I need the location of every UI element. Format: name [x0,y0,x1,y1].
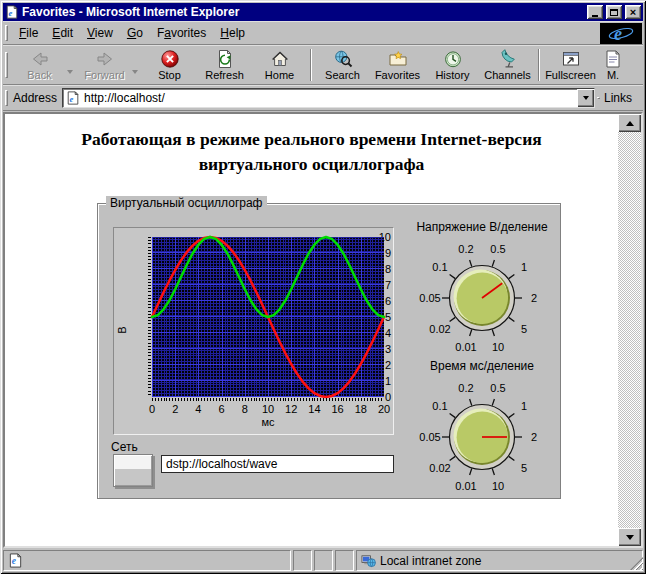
toolbar-button-stop[interactable]: Stop [142,47,197,84]
back-icon [29,49,51,69]
svg-text:e: e [12,556,16,566]
knob-scale-label: 10 [492,480,504,492]
ie-throbber-logo: e [600,23,642,44]
knob-scale-label: 0.05 [419,292,440,304]
links-grip[interactable] [597,97,600,99]
chevron-down-icon[interactable] [67,70,73,74]
time-knob-title: Время мс/деление [404,359,560,373]
menu-bar-items: FileEditViewGoFavoritesHelp [12,23,252,43]
forward-icon [94,49,116,69]
menu-item-file[interactable]: File [12,23,45,43]
status-indicator-pane [314,550,333,571]
menu-item-favorites[interactable]: Favorites [150,23,213,43]
close-button[interactable]: × [625,5,641,19]
menu-item-view[interactable]: View [80,23,120,43]
status-bar: e Local intranet zone [3,548,643,571]
search-icon [332,49,354,69]
toolbar-button-fullscreen[interactable]: Fullscreen [543,47,598,84]
groupbox-legend: Виртуальный осциллограф [106,196,267,210]
knob-scale-label: 1 [521,400,527,412]
toolbar-button-history[interactable]: History [425,47,480,84]
scroll-down-button[interactable] [618,528,641,546]
toolbar-button-favorites[interactable]: Favorites [370,47,425,84]
menu-item-help[interactable]: Help [213,23,252,43]
x-tick-label: 2 [163,403,187,415]
close-icon: × [630,7,636,17]
toolbar-buttons: BackForwardStopRefreshHomeSearchFavorite… [12,47,643,84]
refresh-icon [214,49,236,69]
address-label: Address [13,91,57,105]
scrollbar-track[interactable] [618,132,641,528]
voltage-knob[interactable]: 210.50.20.10.050.020.01105 [404,236,560,364]
knob-scale-label: 0.5 [490,243,505,255]
links-label[interactable]: Links [604,91,632,105]
knob-scale-label: 2 [531,292,537,304]
address-grip[interactable] [5,90,8,107]
toolbar: BackForwardStopRefreshHomeSearchFavorite… [3,45,643,85]
title-bar: e Favorites - Microsoft Internet Explore… [3,3,643,21]
address-input[interactable] [84,90,573,106]
toolbar-button-refresh[interactable]: Refresh [197,47,252,84]
svg-text:e: e [614,24,622,44]
toolbar-button-label: M. [607,69,619,81]
toolbar-button-forward[interactable]: Forward [77,47,132,84]
plot-area [152,237,384,397]
x-tick-label: 14 [302,403,326,415]
client-area: Работающая в режиме реального времени In… [3,112,643,548]
knob-scale-label: 0.5 [490,382,505,394]
address-dropdown-button[interactable] [577,89,594,107]
browser-window: e Favorites - Microsoft Internet Explore… [0,0,646,574]
voltage-knob-block: Напряжение В/деление 210.50.20.10.050.02… [404,220,560,364]
menu-grip[interactable] [5,25,8,40]
y-axis-title: В [116,326,128,333]
x-tick-label: 6 [210,403,234,415]
ie-page-icon: e [5,5,19,19]
minimize-button[interactable] [587,5,603,19]
knob-scale-label: 0.02 [429,323,450,335]
menu-item-go[interactable]: Go [120,23,150,43]
maximize-button[interactable] [606,5,622,19]
network-url-input[interactable] [161,455,394,473]
scroll-up-button[interactable] [618,114,641,132]
arrow-up-icon [626,121,634,126]
toolbar-button-m[interactable]: M. [598,47,628,84]
knob-scale-label: 0.1 [432,400,447,412]
address-bar: Address e Links [3,85,643,111]
plot-curves [152,237,384,397]
x-tick-label: 12 [279,403,303,415]
toolbar-grip[interactable] [5,52,8,77]
knob-scale-label: 1 [521,261,527,273]
vertical-scrollbar[interactable] [618,114,641,546]
arrow-down-icon [626,535,634,540]
favorites-icon [387,49,409,69]
voltage-knob-title: Напряжение В/деление [404,220,560,234]
toolbar-separator [310,49,312,81]
window-title: Favorites - Microsoft Internet Explorer [22,5,584,19]
network-toggle-button[interactable] [113,454,153,487]
knob-scale-label: 5 [521,323,527,335]
menu-item-edit[interactable]: Edit [45,23,80,43]
toolbar-button-back[interactable]: Back [12,47,67,84]
toolbar-button-label: Stop [158,69,181,81]
links-band: Links [595,91,643,105]
x-tick-label: 10 [256,403,280,415]
toolbar-button-channels[interactable]: Channels [480,47,535,84]
x-tick-label: 4 [186,403,210,415]
intranet-zone-icon [361,553,376,568]
x-tick-label: 8 [233,403,257,415]
minimize-icon [592,15,598,17]
knob-scale-label: 0.01 [455,341,476,353]
time-knob[interactable]: 210.50.20.10.050.020.01105 [404,375,560,503]
page-title: Работающая в режиме реального времени In… [5,127,618,178]
toolbar-separator [538,49,540,81]
toolbar-button-label: Back [27,69,51,81]
toolbar-button-search[interactable]: Search [315,47,370,84]
chevron-down-icon[interactable] [132,70,138,74]
toolbar-button-label: Home [265,69,294,81]
waveform-chart-panel: В 012345678910 02468101214161820 мс [113,227,394,435]
mail-icon [602,49,624,69]
menu-bar: FileEditViewGoFavoritesHelp e [3,21,643,45]
toolbar-button-home[interactable]: Home [252,47,307,84]
knob-scale-label: 0.02 [429,462,450,474]
x-axis-title: мс [152,416,384,428]
